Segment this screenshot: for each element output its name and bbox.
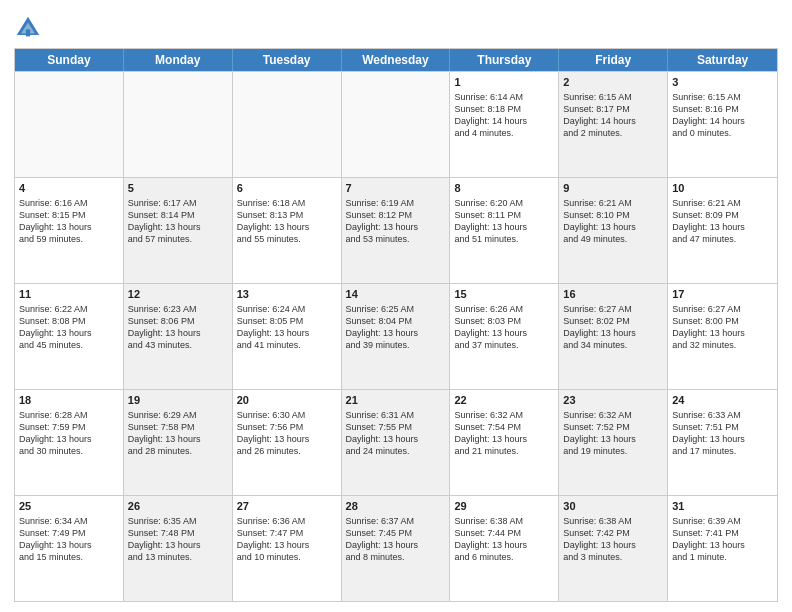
day-number: 3: [672, 75, 773, 90]
day-info: Sunrise: 6:25 AM Sunset: 8:04 PM Dayligh…: [346, 303, 446, 352]
calendar-cell: 14Sunrise: 6:25 AM Sunset: 8:04 PM Dayli…: [342, 284, 451, 389]
day-number: 20: [237, 393, 337, 408]
calendar-cell: 18Sunrise: 6:28 AM Sunset: 7:59 PM Dayli…: [15, 390, 124, 495]
calendar-cell: 20Sunrise: 6:30 AM Sunset: 7:56 PM Dayli…: [233, 390, 342, 495]
logo: [14, 14, 46, 42]
day-header-friday: Friday: [559, 49, 668, 71]
calendar-row: 25Sunrise: 6:34 AM Sunset: 7:49 PM Dayli…: [15, 495, 777, 601]
day-number: 9: [563, 181, 663, 196]
day-info: Sunrise: 6:22 AM Sunset: 8:08 PM Dayligh…: [19, 303, 119, 352]
calendar-cell: 4Sunrise: 6:16 AM Sunset: 8:15 PM Daylig…: [15, 178, 124, 283]
svg-rect-2: [26, 29, 30, 36]
day-number: 17: [672, 287, 773, 302]
day-info: Sunrise: 6:28 AM Sunset: 7:59 PM Dayligh…: [19, 409, 119, 458]
day-number: 4: [19, 181, 119, 196]
header: [14, 10, 778, 42]
day-number: 23: [563, 393, 663, 408]
day-info: Sunrise: 6:20 AM Sunset: 8:11 PM Dayligh…: [454, 197, 554, 246]
day-info: Sunrise: 6:32 AM Sunset: 7:52 PM Dayligh…: [563, 409, 663, 458]
calendar-row: 1Sunrise: 6:14 AM Sunset: 8:18 PM Daylig…: [15, 71, 777, 177]
day-number: 14: [346, 287, 446, 302]
day-header-thursday: Thursday: [450, 49, 559, 71]
day-header-tuesday: Tuesday: [233, 49, 342, 71]
day-info: Sunrise: 6:21 AM Sunset: 8:10 PM Dayligh…: [563, 197, 663, 246]
calendar-cell: [233, 72, 342, 177]
calendar-cell: 5Sunrise: 6:17 AM Sunset: 8:14 PM Daylig…: [124, 178, 233, 283]
day-number: 6: [237, 181, 337, 196]
day-header-sunday: Sunday: [15, 49, 124, 71]
day-info: Sunrise: 6:27 AM Sunset: 8:00 PM Dayligh…: [672, 303, 773, 352]
calendar-cell: 26Sunrise: 6:35 AM Sunset: 7:48 PM Dayli…: [124, 496, 233, 601]
day-number: 24: [672, 393, 773, 408]
calendar-cell: 28Sunrise: 6:37 AM Sunset: 7:45 PM Dayli…: [342, 496, 451, 601]
calendar-cell: 30Sunrise: 6:38 AM Sunset: 7:42 PM Dayli…: [559, 496, 668, 601]
calendar: SundayMondayTuesdayWednesdayThursdayFrid…: [14, 48, 778, 602]
calendar-cell: 17Sunrise: 6:27 AM Sunset: 8:00 PM Dayli…: [668, 284, 777, 389]
day-info: Sunrise: 6:19 AM Sunset: 8:12 PM Dayligh…: [346, 197, 446, 246]
day-number: 15: [454, 287, 554, 302]
calendar-cell: 10Sunrise: 6:21 AM Sunset: 8:09 PM Dayli…: [668, 178, 777, 283]
calendar-cell: 3Sunrise: 6:15 AM Sunset: 8:16 PM Daylig…: [668, 72, 777, 177]
calendar-body: 1Sunrise: 6:14 AM Sunset: 8:18 PM Daylig…: [15, 71, 777, 601]
calendar-cell: 29Sunrise: 6:38 AM Sunset: 7:44 PM Dayli…: [450, 496, 559, 601]
day-number: 28: [346, 499, 446, 514]
day-info: Sunrise: 6:14 AM Sunset: 8:18 PM Dayligh…: [454, 91, 554, 140]
day-number: 16: [563, 287, 663, 302]
day-info: Sunrise: 6:31 AM Sunset: 7:55 PM Dayligh…: [346, 409, 446, 458]
day-number: 5: [128, 181, 228, 196]
day-info: Sunrise: 6:15 AM Sunset: 8:16 PM Dayligh…: [672, 91, 773, 140]
day-number: 10: [672, 181, 773, 196]
calendar-cell: 31Sunrise: 6:39 AM Sunset: 7:41 PM Dayli…: [668, 496, 777, 601]
day-number: 27: [237, 499, 337, 514]
logo-icon: [14, 14, 42, 42]
calendar-cell: 1Sunrise: 6:14 AM Sunset: 8:18 PM Daylig…: [450, 72, 559, 177]
day-info: Sunrise: 6:29 AM Sunset: 7:58 PM Dayligh…: [128, 409, 228, 458]
page: SundayMondayTuesdayWednesdayThursdayFrid…: [0, 0, 792, 612]
day-number: 30: [563, 499, 663, 514]
day-number: 13: [237, 287, 337, 302]
calendar-cell: 11Sunrise: 6:22 AM Sunset: 8:08 PM Dayli…: [15, 284, 124, 389]
calendar-cell: 7Sunrise: 6:19 AM Sunset: 8:12 PM Daylig…: [342, 178, 451, 283]
calendar-cell: [124, 72, 233, 177]
day-number: 11: [19, 287, 119, 302]
day-number: 29: [454, 499, 554, 514]
day-info: Sunrise: 6:16 AM Sunset: 8:15 PM Dayligh…: [19, 197, 119, 246]
day-info: Sunrise: 6:24 AM Sunset: 8:05 PM Dayligh…: [237, 303, 337, 352]
calendar-cell: [15, 72, 124, 177]
day-number: 1: [454, 75, 554, 90]
day-info: Sunrise: 6:15 AM Sunset: 8:17 PM Dayligh…: [563, 91, 663, 140]
calendar-cell: 21Sunrise: 6:31 AM Sunset: 7:55 PM Dayli…: [342, 390, 451, 495]
calendar-cell: 27Sunrise: 6:36 AM Sunset: 7:47 PM Dayli…: [233, 496, 342, 601]
calendar-cell: 12Sunrise: 6:23 AM Sunset: 8:06 PM Dayli…: [124, 284, 233, 389]
day-info: Sunrise: 6:39 AM Sunset: 7:41 PM Dayligh…: [672, 515, 773, 564]
day-number: 8: [454, 181, 554, 196]
calendar-header: SundayMondayTuesdayWednesdayThursdayFrid…: [15, 49, 777, 71]
day-info: Sunrise: 6:26 AM Sunset: 8:03 PM Dayligh…: [454, 303, 554, 352]
day-number: 18: [19, 393, 119, 408]
calendar-row: 4Sunrise: 6:16 AM Sunset: 8:15 PM Daylig…: [15, 177, 777, 283]
calendar-row: 18Sunrise: 6:28 AM Sunset: 7:59 PM Dayli…: [15, 389, 777, 495]
calendar-cell: 2Sunrise: 6:15 AM Sunset: 8:17 PM Daylig…: [559, 72, 668, 177]
day-number: 12: [128, 287, 228, 302]
calendar-cell: [342, 72, 451, 177]
day-number: 25: [19, 499, 119, 514]
calendar-cell: 15Sunrise: 6:26 AM Sunset: 8:03 PM Dayli…: [450, 284, 559, 389]
day-number: 7: [346, 181, 446, 196]
calendar-cell: 25Sunrise: 6:34 AM Sunset: 7:49 PM Dayli…: [15, 496, 124, 601]
day-number: 21: [346, 393, 446, 408]
day-header-saturday: Saturday: [668, 49, 777, 71]
day-info: Sunrise: 6:23 AM Sunset: 8:06 PM Dayligh…: [128, 303, 228, 352]
day-number: 26: [128, 499, 228, 514]
day-number: 19: [128, 393, 228, 408]
calendar-cell: 23Sunrise: 6:32 AM Sunset: 7:52 PM Dayli…: [559, 390, 668, 495]
day-header-monday: Monday: [124, 49, 233, 71]
calendar-cell: 19Sunrise: 6:29 AM Sunset: 7:58 PM Dayli…: [124, 390, 233, 495]
day-info: Sunrise: 6:32 AM Sunset: 7:54 PM Dayligh…: [454, 409, 554, 458]
day-info: Sunrise: 6:38 AM Sunset: 7:42 PM Dayligh…: [563, 515, 663, 564]
day-number: 2: [563, 75, 663, 90]
day-info: Sunrise: 6:34 AM Sunset: 7:49 PM Dayligh…: [19, 515, 119, 564]
day-header-wednesday: Wednesday: [342, 49, 451, 71]
day-info: Sunrise: 6:17 AM Sunset: 8:14 PM Dayligh…: [128, 197, 228, 246]
day-info: Sunrise: 6:38 AM Sunset: 7:44 PM Dayligh…: [454, 515, 554, 564]
calendar-row: 11Sunrise: 6:22 AM Sunset: 8:08 PM Dayli…: [15, 283, 777, 389]
